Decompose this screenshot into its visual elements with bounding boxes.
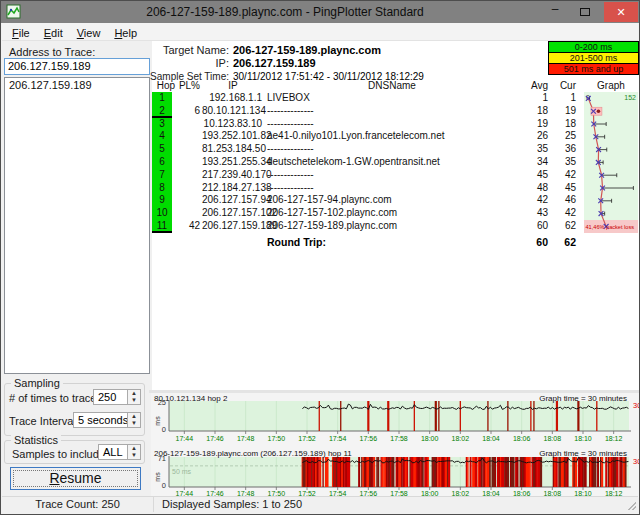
table-row-hop-5[interactable]: 581.253.184.50--------------3536	[152, 143, 640, 156]
menu-help[interactable]: Help	[107, 25, 144, 39]
svg-text:18:00: 18:00	[421, 435, 439, 442]
hop-ip: 206.127.157.94	[202, 194, 262, 207]
hop-number: 10	[152, 207, 172, 220]
hop-number: 2	[152, 105, 172, 118]
svg-text:17:44: 17:44	[176, 435, 194, 442]
stepper-arrows-icon[interactable]: ▲▼	[127, 413, 140, 427]
trace-interval-label: Trace Interval:	[9, 415, 79, 427]
trace-count: Trace Count: 250	[2, 497, 154, 512]
col-header-cur[interactable]: Cur	[542, 80, 576, 91]
svg-text:18:08: 18:08	[544, 435, 562, 442]
stepper-arrows-icon[interactable]: ▲▼	[127, 445, 140, 459]
col-header-dnsname[interactable]: DNSName	[267, 80, 517, 91]
hop-ip: 10.123.83.10	[202, 118, 262, 131]
hop-dnsname: LIVEBOX	[267, 92, 509, 105]
hop-ip: 212.184.27.138	[202, 182, 262, 195]
table-row-hop-3[interactable]: 310.123.83.10--------------1918	[152, 118, 640, 131]
col-header-hop[interactable]: Hop	[154, 80, 178, 91]
timeline-hop2-title: 80.10.121.134 hop 2	[154, 394, 227, 403]
hop-ip: 81.253.184.50	[202, 143, 262, 156]
legend-item-2: 501 ms and up	[548, 63, 639, 75]
svg-text:18:06: 18:06	[513, 435, 531, 442]
hop-cur: 19	[542, 105, 576, 118]
close-icon[interactable]: ✕	[604, 2, 638, 22]
svg-text:17:48: 17:48	[237, 435, 255, 442]
maximize-icon[interactable]	[571, 1, 599, 22]
table-row-hop-6[interactable]: 6193.251.255.34deutschetelekom-1.GW.open…	[152, 156, 640, 169]
table-row-hop-1[interactable]: 1192.168.1.1LIVEBOX11	[152, 92, 640, 105]
table-row-hop-11[interactable]: 1142206.127.159.189206-127-159-189.playn…	[152, 220, 640, 233]
hop-ip: 193.251.255.34	[202, 156, 262, 169]
resize-grip[interactable]	[628, 502, 636, 510]
samples-to-include-value: ALL	[103, 446, 126, 458]
svg-text:17:46: 17:46	[206, 435, 224, 442]
svg-text:152: 152	[624, 94, 636, 101]
packet-loss: 6	[176, 105, 200, 118]
title-bar[interactable]: 206-127-159-189.plaync.com - PingPlotter…	[1, 1, 639, 23]
address-list-item[interactable]: 206.127.159.189	[5, 78, 149, 92]
table-row-hop-8[interactable]: 8212.184.27.138--------------4845	[152, 182, 640, 195]
col-header-pl[interactable]: PL%	[178, 80, 200, 91]
trace-interval-stepper[interactable]: 5 seconds ▲▼	[73, 412, 141, 428]
hop-number: 6	[152, 156, 172, 169]
window-title: 206-127-159-189.plaync.com - PingPlotter…	[41, 5, 529, 19]
col-header-ip[interactable]: IP	[204, 80, 262, 91]
svg-text:17:50: 17:50	[268, 435, 286, 442]
address-list[interactable]: 206.127.159.189	[4, 77, 150, 374]
svg-text:17:58: 17:58	[390, 435, 408, 442]
times-to-trace-stepper[interactable]: 250 ▲▼	[93, 389, 141, 405]
svg-text:0: 0	[162, 481, 166, 490]
stepper-arrows-icon[interactable]: ▲▼	[127, 390, 140, 404]
svg-text:17:54: 17:54	[329, 435, 347, 442]
displayed-samples: Displayed Samples: 1 to 250	[162, 498, 302, 510]
menu-edit[interactable]: Edit	[37, 25, 70, 39]
svg-text:18:02: 18:02	[452, 435, 470, 442]
svg-text:41,46% packet loss: 41,46% packet loss	[586, 224, 635, 230]
table-row-hop-7[interactable]: 7217.239.40.170--------------4542	[152, 169, 640, 182]
pingplotter-window: 206-127-159-189.plaync.com - PingPlotter…	[0, 0, 640, 515]
hop-number: 7	[152, 169, 172, 182]
col-header-graph[interactable]: Graph	[584, 80, 638, 91]
timeline-hop11-title: 206-127-159-189.plaync.com (206.127.159.…	[154, 449, 352, 458]
hop-cur: 46	[542, 194, 576, 207]
hop-dnsname: ae41-0.nilyo101.Lyon.francetelecom.net	[267, 130, 509, 143]
hop-dnsname: 206-127-159-189.plaync.com	[267, 220, 509, 233]
table-row-hop-2[interactable]: 2680.10.121.134--------------1819	[152, 105, 640, 118]
svg-text:ms: ms	[154, 472, 161, 482]
hop-ip: 217.239.40.170	[202, 169, 262, 182]
hop-dnsname: --------------	[267, 143, 509, 156]
hop-ip: 193.252.101.82	[202, 130, 262, 143]
hop-number: 1	[152, 92, 172, 105]
table-row-hop-4[interactable]: 4193.252.101.82ae41-0.nilyo101.Lyon.fran…	[152, 130, 640, 143]
hop-cur: 45	[542, 182, 576, 195]
hop-cur: 36	[542, 143, 576, 156]
hop-cur: 62	[542, 220, 576, 233]
hop-number: 8	[152, 182, 172, 195]
times-to-trace-label: # of times to trace:	[9, 392, 99, 404]
ip-label: IP:	[216, 57, 229, 69]
resume-button[interactable]: Resume	[10, 467, 141, 490]
svg-text:30: 30	[633, 457, 640, 466]
minimize-icon[interactable]: –	[541, 1, 569, 22]
hop-cur: 25	[542, 130, 576, 143]
hop-dnsname: 206-127-157-94.plaync.com	[267, 194, 509, 207]
packet-loss: 42	[176, 220, 200, 233]
target-name-label: Target Name:	[163, 44, 229, 56]
timeline-hop2-graph-time: Graph time = 30 minutes	[539, 394, 627, 403]
menu-bar: FileEditViewHelp	[2, 23, 638, 41]
hop-ip: 206.127.157.102	[202, 207, 262, 220]
table-row-hop-10[interactable]: 10206.127.157.102206-127-157-102.plaync.…	[152, 207, 640, 220]
samples-to-include-stepper[interactable]: ALL ▲▼	[98, 444, 141, 460]
svg-text:50 ms: 50 ms	[172, 468, 192, 475]
hop-ip: 192.168.1.1	[202, 92, 262, 105]
hop-ip: 206.127.159.189	[202, 220, 262, 233]
address-input[interactable]: 206.127.159.189	[4, 58, 150, 75]
svg-text:18:04: 18:04	[482, 435, 500, 442]
svg-text:18:10: 18:10	[574, 435, 592, 442]
hop-cur: 42	[542, 169, 576, 182]
table-row-hop-9[interactable]: 9206.127.157.94206-127-157-94.plaync.com…	[152, 194, 640, 207]
menu-file[interactable]: File	[5, 25, 37, 39]
menu-view[interactable]: View	[70, 25, 108, 39]
timeline-hop11-graph-time: Graph time = 30 minutes	[539, 449, 627, 458]
latency-legend: 0-200 ms201-500 ms501 ms and up	[548, 42, 639, 75]
